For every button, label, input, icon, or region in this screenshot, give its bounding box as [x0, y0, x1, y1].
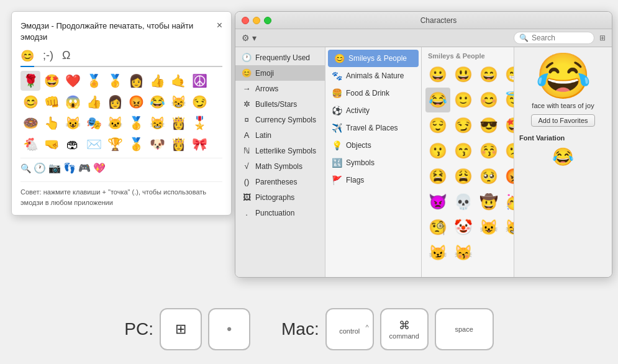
win-emoji-cell[interactable]: 🎭: [84, 113, 104, 133]
win-emoji-cell[interactable]: 👸: [168, 113, 188, 133]
dot-key-cap[interactable]: •: [208, 308, 250, 350]
mac-maximize-button[interactable]: [264, 17, 271, 24]
mac-search-box[interactable]: 🔍: [514, 32, 594, 44]
mac-emoji-cell[interactable]: 😎: [476, 113, 501, 138]
mac-emoji-cell[interactable]: 🤡: [451, 215, 476, 240]
mac-emoji-cell[interactable]: 😏: [451, 113, 476, 138]
win-emoji-cell[interactable]: 😏: [189, 92, 209, 112]
win-close-button[interactable]: ×: [217, 20, 222, 30]
win-emoji-cell[interactable]: 😂: [147, 92, 167, 112]
mac-emoji-cell[interactable]: 💀: [451, 189, 476, 214]
mac-emoji-cell[interactable]: 🙁: [502, 139, 514, 163]
mac-emoji-cell[interactable]: 🥳: [502, 189, 514, 214]
win-emoji-cell[interactable]: 👩: [105, 92, 125, 112]
mac-emoji-cell[interactable]: 🤠: [476, 189, 501, 214]
win-emoji-cell[interactable]: 🐔: [20, 134, 40, 154]
win-emoji-cell[interactable]: 😱: [63, 92, 83, 112]
win-emoji-cell[interactable]: 👸: [168, 134, 188, 154]
win-emoji-cell[interactable]: 👍: [84, 92, 104, 112]
mac-emoji-cell[interactable]: 😄: [476, 62, 501, 87]
win-emoji-cell[interactable]: ✉️: [84, 134, 104, 154]
control-key-cap[interactable]: ^ control: [325, 308, 374, 350]
mac-emoji-cell[interactable]: 😂: [425, 88, 450, 112]
mac-emoji-cell[interactable]: 😀: [425, 62, 450, 87]
win-emoji-cell[interactable]: 🤙: [168, 71, 188, 91]
space-key-cap[interactable]: space: [435, 308, 494, 350]
win-emoji-cell[interactable]: 😸: [168, 92, 188, 112]
mac-emoji-cell[interactable]: 😽: [451, 240, 476, 265]
mac-emoji-cell[interactable]: 😡: [502, 164, 514, 189]
sidebar-item-bullets[interactable]: ✲ Bullets/Stars: [235, 96, 325, 112]
subcat-activity[interactable]: ⚽ Activity: [325, 102, 421, 119]
win-emoji-cell[interactable]: 🎖️: [189, 113, 209, 133]
mac-emoji-cell[interactable]: 😇: [502, 88, 514, 112]
sidebar-item-currency[interactable]: ¤ Currency Symbols: [235, 112, 325, 127]
mac-emoji-cell[interactable]: 🤩: [502, 113, 514, 138]
search-input[interactable]: [532, 34, 588, 42]
mac-emoji-cell[interactable]: 😗: [425, 139, 450, 163]
win-emoji-cell[interactable]: 😡: [126, 92, 146, 112]
sidebar-item-emoji[interactable]: 😊 Emoji: [235, 65, 325, 81]
win-emoji-cell[interactable]: 🐶: [147, 134, 167, 154]
mac-emoji-cell[interactable]: 😁: [502, 62, 514, 87]
win-emoji-cell[interactable]: 🐱: [105, 113, 125, 133]
win-emoji-cell[interactable]: 🤩: [42, 71, 61, 91]
win-emoji-cell[interactable]: 👍: [147, 71, 167, 91]
font-variation-emoji[interactable]: 😂: [551, 145, 575, 168]
sidebar-item-punctuation[interactable]: . Punctuation: [235, 205, 325, 221]
subcat-objects[interactable]: 💡 Objects: [325, 137, 421, 154]
win-emoji-cell[interactable]: 🥇: [105, 71, 125, 91]
mac-emoji-cell[interactable]: 😺: [476, 215, 501, 240]
win-tab-symbols[interactable]: Ω: [62, 49, 70, 62]
subcat-animals-nature[interactable]: 🐾 Animals & Nature: [325, 67, 421, 84]
mac-minimize-button[interactable]: [253, 17, 260, 24]
win-emoji-cell[interactable]: 😊: [20, 92, 40, 112]
sidebar-item-letterlike[interactable]: ℕ Letterlike Symbols: [235, 143, 325, 158]
sidebar-item-math[interactable]: √ Math Symbols: [235, 158, 325, 174]
mac-emoji-cell[interactable]: 🧐: [425, 215, 450, 240]
mac-emoji-cell[interactable]: 🙂: [451, 88, 476, 112]
subcat-food-drink[interactable]: 🍔 Food & Drink: [325, 84, 421, 102]
subcat-symbols[interactable]: 🔣 Symbols: [325, 154, 421, 171]
windows-key-cap[interactable]: ⊞: [160, 308, 202, 350]
subcat-travel-places[interactable]: ✈️ Travel & Places: [325, 119, 421, 137]
win-emoji-cell[interactable]: ☮️: [189, 71, 209, 91]
gear-icon[interactable]: ⚙ ▾: [242, 33, 257, 43]
mac-emoji-cell[interactable]: 😚: [476, 139, 501, 163]
sidebar-item-pictographs[interactable]: 🖼 Pictographs: [235, 189, 325, 205]
subcat-flags[interactable]: 🚩 Flags: [325, 171, 421, 189]
win-emoji-cell[interactable]: 👊: [42, 92, 61, 112]
mac-emoji-cell[interactable]: 😊: [476, 88, 501, 112]
win-emoji-cell[interactable]: 🌹: [20, 71, 40, 91]
grid-icon[interactable]: ⊞: [599, 34, 606, 42]
win-emoji-cell[interactable]: 🏟: [63, 134, 83, 154]
win-tab-text[interactable]: ;-): [43, 49, 53, 62]
mac-emoji-cell[interactable]: 🥺: [476, 164, 501, 189]
win-emoji-cell[interactable]: 👆: [42, 113, 61, 133]
sidebar-item-arrows[interactable]: → Arrows: [235, 81, 325, 96]
mac-emoji-cell[interactable]: 😙: [451, 139, 476, 163]
win-tab-smile[interactable]: 😊: [20, 49, 34, 67]
mac-emoji-cell[interactable]: 😩: [451, 164, 476, 189]
win-emoji-cell[interactable]: 🤜: [42, 134, 61, 154]
mac-emoji-cell[interactable]: 😃: [451, 62, 476, 87]
mac-close-button[interactable]: [242, 17, 249, 24]
mac-emoji-cell[interactable]: 😌: [425, 113, 450, 138]
win-emoji-cell[interactable]: 🎀: [189, 134, 209, 154]
subcat-smileys-people[interactable]: 😊 Smileys & People: [328, 50, 419, 67]
command-key-cap[interactable]: ⌘ command: [380, 308, 429, 350]
win-emoji-cell[interactable]: 👩: [126, 71, 146, 91]
win-emoji-cell[interactable]: 😺: [63, 113, 83, 133]
sidebar-item-frequently-used[interactable]: 🕐 Frequently Used: [235, 50, 325, 65]
win-emoji-cell[interactable]: 😸: [147, 113, 167, 133]
win-emoji-cell[interactable]: 🥇: [126, 134, 146, 154]
add-to-favorites-button[interactable]: Add to Favorites: [531, 114, 594, 127]
sidebar-item-parentheses[interactable]: () Parentheses: [235, 174, 325, 189]
sidebar-item-latin[interactable]: A Latin: [235, 127, 325, 143]
win-emoji-cell[interactable]: 🏅: [84, 71, 104, 91]
mac-emoji-cell[interactable]: 😫: [425, 164, 450, 189]
mac-emoji-cell[interactable]: 😼: [425, 240, 450, 265]
win-emoji-cell[interactable]: ❤️: [63, 71, 83, 91]
win-emoji-cell[interactable]: 🍩: [20, 113, 40, 133]
win-emoji-cell[interactable]: 🏆: [105, 134, 125, 154]
